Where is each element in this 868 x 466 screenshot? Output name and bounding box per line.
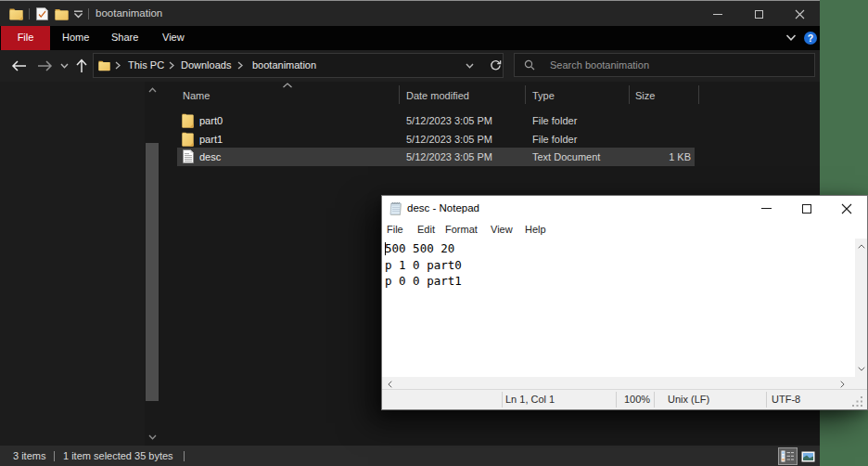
sort-ascending-icon [282,83,293,88]
address-dropdown-chevron-icon[interactable] [466,63,474,69]
line-ending: Unix (LF) [668,390,709,409]
scroll-right-icon[interactable] [840,381,845,388]
status-separator [766,392,767,408]
explorer-window-title: bootanimation [96,1,162,27]
file-type: File folder [532,111,577,130]
explorer-close-button[interactable] [779,1,820,27]
explorer-statusbar: 3 items 1 item selected 35 bytes [0,446,820,466]
folder-icon [182,132,194,147]
refresh-icon[interactable] [490,59,502,71]
search-box[interactable]: Search bootanimation [514,53,815,77]
tab-file[interactable]: File [1,26,50,50]
search-placeholder: Search bootanimation [550,54,649,76]
status-separator [502,392,503,408]
zoom-level: 100% [624,390,650,409]
menu-format[interactable]: Format [445,221,478,239]
back-button[interactable] [7,55,30,77]
thumbnails-view-button[interactable] [798,447,818,465]
qat-customize-dropdown-icon[interactable] [73,10,83,19]
resize-grip-icon[interactable] [852,396,863,408]
file-size: 1 KB [622,148,691,166]
status-separator [184,451,185,461]
explorer-system-folder-icon[interactable] [9,7,23,20]
column-separator[interactable] [525,85,526,104]
notepad-statusbar: Ln 1, Col 1 100% Unix (LF) UTF-8 [382,389,867,409]
address-folder-icon [98,59,110,71]
notepad-vertical-scrollbar[interactable] [855,239,867,377]
scroll-down-icon[interactable] [148,434,157,440]
column-header-date[interactable]: Date modified [406,85,469,106]
qat-properties-icon[interactable] [36,7,48,20]
close-icon [841,203,852,214]
close-icon [795,9,805,19]
menu-file[interactable]: File [387,221,403,239]
status-separator [54,451,55,461]
column-separator[interactable] [399,85,400,104]
encoding: UTF-8 [772,390,800,409]
file-row-desc[interactable]: desc 5/12/2023 3:05 PM Text Document 1 K… [177,148,695,166]
details-view-icon [781,450,795,462]
items-count: 3 items [13,446,45,466]
explorer-maximize-button[interactable] [738,1,779,27]
column-header-size[interactable]: Size [635,85,655,106]
forward-button[interactable] [33,55,56,77]
notepad-maximize-button[interactable] [786,196,827,221]
notepad-window: desc - Notepad File Edit Format View Hel… [381,195,868,410]
scrollbar-thumb[interactable] [146,143,159,401]
file-name: part1 [199,130,223,149]
thumbnails-view-icon [801,451,815,462]
file-type: File folder [532,130,577,149]
details-view-button[interactable] [778,447,798,465]
notepad-titlebar: desc - Notepad [382,196,867,221]
explorer-minimize-button[interactable] [697,1,738,27]
address-bar[interactable]: This PC Downloads bootanimation [93,53,504,78]
explorer-address-row: This PC Downloads bootanimation S [0,50,820,82]
cursor-position: Ln 1, Col 1 [505,390,555,409]
notepad-menubar: File Edit Format View Help [382,221,867,239]
column-header-name[interactable]: Name [183,85,210,106]
up-arrow-icon [76,58,87,73]
file-name: part0 [199,111,223,130]
breadcrumb-chevron-icon [115,61,121,70]
up-button[interactable] [70,55,93,77]
explorer-ribbon-tabs: File Home Share View ? [0,26,820,50]
menu-view[interactable]: View [491,221,513,239]
scroll-left-icon[interactable] [388,381,392,388]
scroll-up-icon[interactable] [858,244,865,249]
recent-locations-button[interactable] [57,58,71,74]
tab-home[interactable]: Home [62,26,89,50]
notepad-close-button[interactable] [826,196,867,221]
breadcrumb-downloads[interactable]: Downloads [181,54,231,77]
column-separator[interactable] [698,85,699,104]
notepad-horizontal-scrollbar[interactable] [382,377,867,389]
menu-help[interactable]: Help [525,221,546,239]
file-row-part0[interactable]: part0 5/12/2023 3:05 PM File folder [177,111,695,130]
menu-edit[interactable]: Edit [417,221,435,239]
status-separator [616,392,617,408]
file-type: Text Document [532,148,600,166]
qat-new-folder-icon[interactable] [55,8,69,20]
file-row-part1[interactable]: part1 5/12/2023 3:05 PM File folder [177,130,695,149]
folder-icon [182,113,194,128]
notepad-text-content: 500 500 20 p 1 0 part0 p 0 0 part1 [385,240,462,290]
help-icon[interactable]: ? [804,32,817,45]
breadcrumb-this-pc[interactable]: This PC [128,54,164,77]
collapse-ribbon-chevron-icon[interactable] [785,34,797,42]
breadcrumb-chevron-icon [237,61,243,70]
column-header-type[interactable]: Type [532,85,555,106]
tab-share[interactable]: Share [111,26,138,50]
notepad-minimize-button[interactable] [746,196,786,221]
tab-view[interactable]: View [162,26,185,50]
file-date: 5/12/2023 3:05 PM [406,148,492,166]
explorer-titlebar: bootanimation [0,0,820,26]
file-date: 5/12/2023 3:05 PM [406,111,492,130]
sidebar-scrollbar[interactable] [145,82,160,446]
scroll-up-icon[interactable] [148,87,157,93]
breadcrumb-bootanimation[interactable]: bootanimation [252,54,316,77]
text-caret [385,242,386,255]
chevron-down-icon [60,63,69,69]
column-separator[interactable] [629,85,630,104]
notepad-window-title: desc - Notepad [407,196,479,221]
notepad-text-area[interactable]: 500 500 20 p 1 0 part0 p 0 0 part1 [382,239,855,377]
scroll-down-icon[interactable] [858,367,865,371]
